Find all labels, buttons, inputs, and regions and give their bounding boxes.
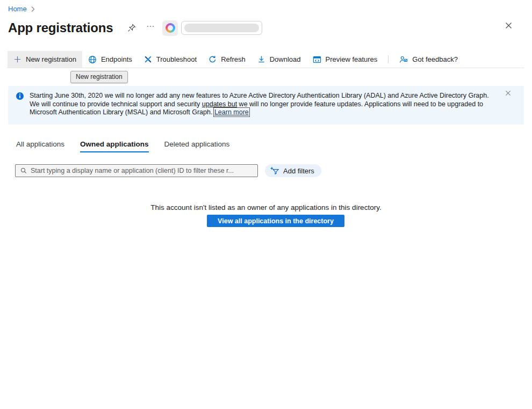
filter-bar: Add filters: [15, 164, 321, 177]
tab-owned-applications[interactable]: Owned applications: [80, 140, 149, 152]
refresh-icon: [209, 55, 217, 63]
got-feedback-button[interactable]: Got feedback?: [393, 51, 464, 68]
new-registration-button[interactable]: New registration: [8, 51, 82, 68]
refresh-button[interactable]: Refresh: [203, 51, 251, 68]
add-filters-button[interactable]: Add filters: [265, 164, 321, 177]
download-icon: [257, 55, 265, 63]
preview-features-button[interactable]: Preview features: [307, 51, 384, 68]
learn-more-link[interactable]: Learn more: [214, 108, 249, 116]
toolbar-label: Download: [270, 55, 301, 63]
banner-text: Starting June 30th, 2020 we will no long…: [30, 92, 496, 117]
pin-icon[interactable]: [126, 22, 138, 34]
toolbar-label: Refresh: [221, 55, 246, 63]
banner-close-icon[interactable]: [505, 90, 511, 96]
plus-icon: [13, 55, 21, 63]
toolbar-label: Troubleshoot: [156, 55, 197, 63]
preview-icon: [313, 55, 321, 64]
endpoints-button[interactable]: Endpoints: [82, 51, 138, 68]
info-icon: [16, 92, 24, 117]
banner-text-underlined: updates but: [202, 100, 237, 108]
toolbar-label: Got feedback?: [412, 55, 458, 63]
download-button[interactable]: Download: [251, 51, 307, 68]
globe-icon: [88, 55, 97, 64]
search-icon: [20, 167, 27, 174]
troubleshoot-button[interactable]: Troubleshoot: [138, 51, 203, 68]
toolbar-label: Endpoints: [101, 55, 132, 63]
applications-tabs: All applications Owned applications Dele…: [16, 140, 229, 152]
command-bar: New registration Endpoints Troubleshoot …: [8, 51, 524, 68]
copilot-button[interactable]: [162, 20, 178, 36]
directory-name-redacted: [181, 21, 262, 35]
search-input[interactable]: [31, 167, 253, 174]
search-box: [15, 164, 258, 177]
filter-plus-icon: [270, 166, 279, 175]
feedback-icon: [399, 55, 408, 64]
toolbar-divider: [388, 55, 389, 63]
toolbar-label: Preview features: [326, 55, 378, 63]
app-registrations-page: Home App registrations ⋯ New: [0, 0, 532, 409]
copilot-icon: [166, 23, 175, 33]
chevron-right-icon: [31, 6, 35, 12]
more-options-button[interactable]: ⋯: [144, 24, 157, 32]
redaction-bar: [184, 24, 259, 32]
breadcrumb: Home: [8, 5, 35, 13]
toolbar-label: New registration: [26, 55, 76, 63]
view-all-applications-button[interactable]: View all applications in the directory: [207, 215, 344, 227]
page-header: App registrations ⋯: [8, 19, 524, 36]
add-filters-label: Add filters: [283, 167, 314, 175]
deprecation-banner: Starting June 30th, 2020 we will no long…: [8, 86, 524, 125]
close-blade-icon[interactable]: [502, 19, 514, 31]
tab-deleted-applications[interactable]: Deleted applications: [164, 140, 230, 152]
wrench-icon: [144, 55, 152, 63]
page-title: App registrations: [8, 20, 113, 35]
new-registration-tooltip: New registration: [70, 71, 128, 83]
tab-all-applications[interactable]: All applications: [16, 140, 64, 152]
breadcrumb-home-link[interactable]: Home: [8, 5, 27, 13]
empty-state-message: This account isn't listed as an owner of…: [0, 203, 532, 211]
